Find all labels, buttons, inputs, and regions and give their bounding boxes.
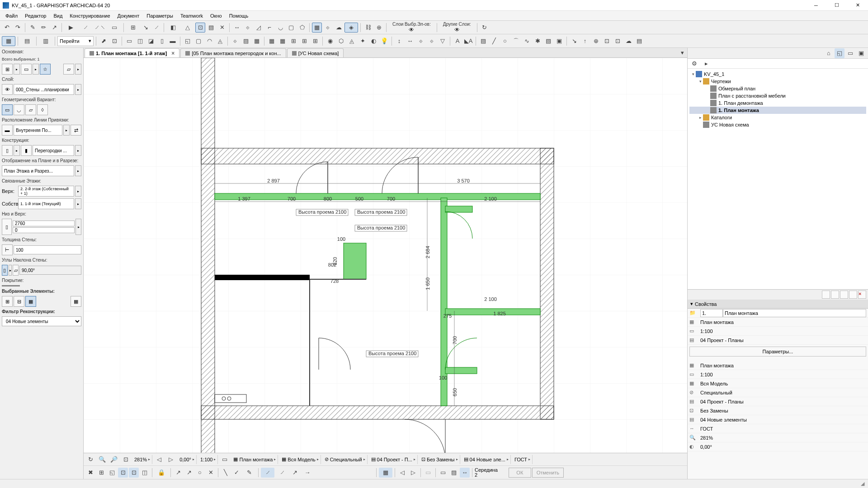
- view2-icon[interactable]: ▤: [20, 36, 34, 46]
- nav-expand-icon[interactable]: ▸: [701, 59, 711, 69]
- snap-cross-icon[interactable]: ✖: [85, 468, 95, 478]
- obj2-icon[interactable]: ◬: [347, 36, 357, 46]
- sb-icon1[interactable]: ▭: [220, 455, 230, 465]
- layer-icon[interactable]: ▦: [312, 23, 322, 33]
- drawing-icon[interactable]: ▣: [554, 36, 564, 46]
- rect-mode[interactable]: ▱: [63, 64, 74, 75]
- stair-icon[interactable]: ⟐: [230, 36, 240, 46]
- menu-help[interactable]: Помощь: [226, 12, 252, 20]
- worksheet-icon[interactable]: ⊡: [613, 36, 623, 46]
- settings-arrow[interactable]: ▸: [14, 64, 20, 75]
- rect2-icon[interactable]: ▢: [286, 23, 296, 33]
- layer-eye-icon[interactable]: 👁: [2, 84, 13, 95]
- beam-icon[interactable]: ▬: [168, 36, 178, 46]
- marquee-icon[interactable]: ⊡: [109, 36, 119, 46]
- snap-ext[interactable]: →: [301, 468, 314, 478]
- next-icon[interactable]: ▷: [166, 455, 176, 465]
- tab-plan-montazh[interactable]: 1. План монтажа [1. 1-й этаж] ×: [85, 48, 179, 57]
- construction-dropdown[interactable]: Перегородки ...: [33, 145, 74, 156]
- snap-mid[interactable]: ⟋: [261, 468, 274, 478]
- link-icon[interactable]: ⛓: [363, 23, 373, 33]
- circle2-icon[interactable]: ○: [500, 36, 510, 46]
- pick-arrow[interactable]: ▸: [33, 64, 39, 75]
- menu-view[interactable]: Вид: [50, 12, 66, 20]
- fit-icon[interactable]: ⊡: [121, 455, 131, 465]
- pick-settings[interactable]: ▭: [21, 64, 32, 75]
- arrow-tool[interactable]: ▶: [64, 23, 78, 33]
- resize-grip-icon[interactable]: ◢: [861, 481, 864, 487]
- grid3-icon[interactable]: ⊞: [299, 36, 309, 46]
- layer-arrow[interactable]: ▸: [75, 84, 81, 95]
- snap-3[interactable]: ⊡: [129, 468, 139, 478]
- prop-btn-3[interactable]: [840, 291, 848, 299]
- eye2-icon[interactable]: 👁: [441, 27, 473, 33]
- elevation-icon[interactable]: ▧: [206, 23, 216, 33]
- measure-icon[interactable]: ↔: [232, 23, 242, 33]
- corner-icon[interactable]: ⌐: [264, 23, 274, 33]
- close-button[interactable]: ✕: [847, 0, 868, 11]
- snap-line[interactable]: ╲: [221, 468, 231, 478]
- rect-tool[interactable]: ▭: [108, 23, 121, 33]
- nav-mode-4[interactable]: ▣: [856, 48, 866, 58]
- tree-item[interactable]: ▸Каталоги: [689, 114, 866, 121]
- obj3-icon[interactable]: ✦: [358, 36, 368, 46]
- spline-icon[interactable]: ∿: [522, 36, 532, 46]
- inject-icon[interactable]: ✏: [38, 23, 48, 33]
- height-top-input[interactable]: [13, 221, 75, 226]
- prop-btn-4[interactable]: [849, 291, 857, 299]
- lamp-icon[interactable]: ◉: [325, 36, 335, 46]
- roof-icon[interactable]: ▢: [193, 36, 203, 46]
- refline-dropdown[interactable]: Внутренняя По...: [14, 125, 62, 136]
- snap-2[interactable]: ⊡: [118, 468, 128, 478]
- display-dropdown[interactable]: План Этажа и Разрез...: [2, 165, 74, 176]
- se-3[interactable]: ▦: [25, 296, 36, 307]
- align-4[interactable]: ↔: [460, 468, 470, 478]
- sobstv-arrow[interactable]: ▸: [75, 198, 81, 209]
- ruler-icon[interactable]: ⟐: [243, 23, 253, 33]
- lock-icon[interactable]: 🔒: [155, 468, 168, 478]
- tree-item[interactable]: 1. План демонтажа: [689, 99, 866, 107]
- shell-icon[interactable]: ◠: [204, 36, 214, 46]
- prop-close-icon[interactable]: ×: [858, 291, 866, 299]
- verh-dropdown[interactable]: 2. 2-й этаж (Собственный + 1): [18, 186, 74, 197]
- geom-straight[interactable]: ▭: [2, 104, 13, 115]
- menu-options[interactable]: Параметры: [143, 12, 177, 20]
- dim4-icon[interactable]: ⟐: [427, 36, 437, 46]
- prop-btn-1[interactable]: [822, 291, 830, 299]
- label-icon[interactable]: ◣A: [463, 36, 473, 46]
- grid4-icon[interactable]: ⊞: [310, 36, 320, 46]
- filter-icon[interactable]: ◈: [344, 23, 358, 33]
- rect-arrow[interactable]: ▸: [75, 64, 81, 75]
- prev-icon[interactable]: ◁: [154, 455, 164, 465]
- menu-document[interactable]: Документ: [114, 12, 143, 20]
- chair-icon[interactable]: ⬡: [336, 36, 346, 46]
- zoom-in-icon[interactable]: 🔍: [97, 455, 107, 465]
- tree-item[interactable]: УС Новая схема: [689, 121, 866, 128]
- mesh-icon[interactable]: ▨: [241, 36, 251, 46]
- prop-btn-2[interactable]: [831, 291, 839, 299]
- refline-arrow[interactable]: ▸: [63, 125, 70, 136]
- tab-menu[interactable]: ▾: [677, 47, 687, 57]
- orbit-icon[interactable]: ↻: [85, 455, 95, 465]
- detail2-icon[interactable]: ⊡: [602, 36, 612, 46]
- grid-icon[interactable]: ⊞: [126, 23, 140, 33]
- line2-icon[interactable]: ╱: [489, 36, 499, 46]
- thickness-icon[interactable]: ⊢: [2, 244, 13, 255]
- lamp2-icon[interactable]: 💡: [379, 36, 389, 46]
- view3-icon[interactable]: ▥: [39, 36, 52, 46]
- input-prev[interactable]: ◁: [397, 468, 407, 478]
- snap-perp[interactable]: ⟋: [275, 468, 289, 478]
- tree-item[interactable]: ▾KV_45_1: [689, 70, 866, 78]
- height-arrow[interactable]: ▸: [75, 219, 81, 235]
- obj4-icon[interactable]: ◐: [368, 36, 378, 46]
- refline-flip[interactable]: ⇄: [71, 125, 81, 136]
- guide-1[interactable]: ↗: [173, 468, 183, 478]
- brush-icon[interactable]: ↗: [49, 23, 59, 33]
- maximize-button[interactable]: ☐: [826, 0, 847, 11]
- menu-file[interactable]: Файл: [2, 12, 21, 20]
- slab-icon[interactable]: ◱: [183, 36, 193, 46]
- height-icon[interactable]: ▯: [2, 219, 12, 235]
- menu-teamwork[interactable]: Teamwork: [177, 12, 207, 20]
- figure-icon[interactable]: ▧: [543, 36, 553, 46]
- snap-pen[interactable]: ✎: [242, 468, 256, 478]
